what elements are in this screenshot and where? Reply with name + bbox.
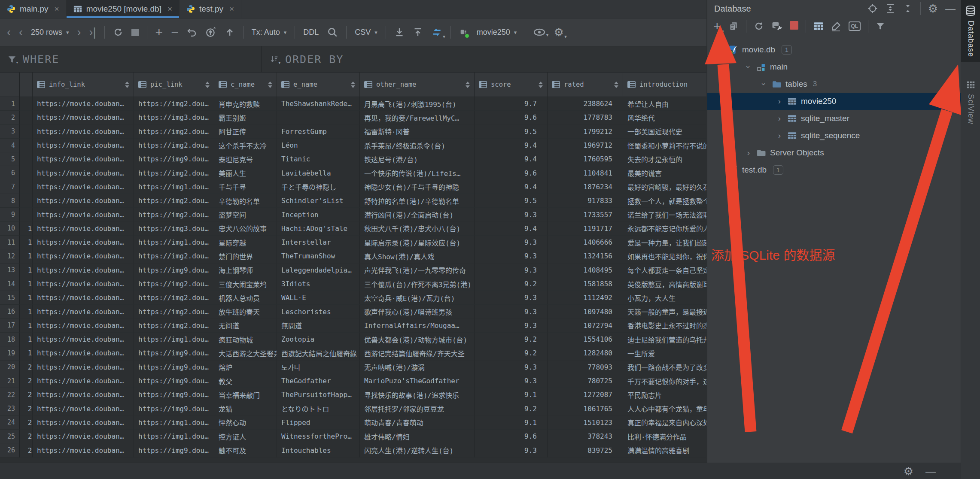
row-number[interactable]: 3 [0, 125, 20, 139]
cell-other_name[interactable]: 月黑高飞(港)/刺激1995(台) [360, 97, 475, 111]
cell-c_name[interactable]: 无间道 [214, 319, 277, 333]
cell-c_name[interactable]: 辛德勒的名单 [214, 194, 277, 208]
row-number[interactable]: 18 [0, 333, 20, 346]
row-number[interactable]: 5 [0, 152, 20, 166]
cell-introduction[interactable]: 每个人都要走一条自己坚定了的路 [623, 264, 706, 277]
row-number[interactable]: 13 [0, 264, 20, 277]
chevron-down-icon[interactable]: › [759, 80, 769, 88]
cell-other_name[interactable]: 太空奇兵·威E(港)/瓦力(台) [360, 291, 475, 305]
cell-c_name[interactable]: 龙猫 [214, 402, 277, 416]
cell-score[interactable]: 9.5 [475, 125, 548, 139]
cell-score[interactable]: 9.1 [475, 388, 548, 402]
tab-test-py[interactable]: test.py × [180, 0, 241, 18]
close-icon[interactable]: × [55, 4, 59, 14]
cell-id[interactable]: 6 [20, 166, 33, 180]
cell-rated[interactable]: 1581858 [548, 277, 623, 291]
collapse-all-icon[interactable] [903, 3, 913, 14]
tree-item-tables[interactable]: ›tables3 [707, 76, 961, 93]
cell-rated[interactable]: 1097480 [548, 305, 623, 318]
cell-e_name[interactable]: Leschoristes [277, 305, 360, 318]
cell-introduction[interactable]: 失去的才是永恒的 [623, 152, 706, 166]
row-number[interactable]: 7 [0, 180, 20, 194]
cell-c_name[interactable]: 控方证人 [214, 430, 277, 443]
close-icon[interactable]: × [229, 4, 234, 14]
tree-item-sqlite-sequence[interactable]: ›sqlite_sequence [707, 127, 961, 144]
cell-introduction[interactable]: 最好的宫崎骏，最好的久石让 [623, 180, 706, 194]
expand-all-icon[interactable] [885, 3, 895, 14]
cell-other_name[interactable]: 铁达尼号(港/台) [360, 152, 475, 166]
cell-id[interactable]: 2 [20, 111, 33, 124]
cell-other_name[interactable]: 舒特拉的名单(港)/辛德勒名单 [360, 194, 475, 208]
cell-score[interactable]: 9.1 [475, 416, 548, 430]
cell-introduction[interactable]: 英俊版憨豆，高情商版谢耳朵 [623, 277, 706, 291]
download-icon[interactable] [394, 27, 405, 37]
cell-introduction[interactable]: 香港电影史上永不过时的杰作 [623, 319, 706, 333]
cell-e_name[interactable]: Laleggendadelpia… [277, 264, 360, 277]
cell-id[interactable]: 7 [20, 180, 33, 194]
tree-item-movie250[interactable]: ›movie250 [707, 93, 961, 110]
cell-id[interactable]: 14 [20, 277, 33, 291]
cell-id[interactable]: 10 [20, 222, 33, 236]
cell-other_name[interactable]: 声光伴我飞(港)/一九零零的传奇 [360, 264, 475, 277]
cell-pic_link[interactable]: https://img2.dou… [134, 125, 214, 139]
row-number[interactable]: 21 [0, 374, 20, 388]
next-page-icon[interactable]: › [77, 27, 81, 38]
cell-c_name[interactable]: 熔炉 [214, 361, 277, 374]
cell-other_name[interactable]: 三个傻瓜(台)/作死不离3兄弟(港) [360, 277, 475, 291]
cell-rated[interactable]: 1969712 [548, 139, 623, 152]
cell-id[interactable]: 23 [20, 402, 33, 416]
stop-red-icon[interactable] [790, 21, 798, 31]
cell-e_name[interactable]: TheShawshankRede… [277, 97, 360, 111]
toolwindow-tab-sciview[interactable]: SciView [961, 75, 980, 130]
cell-id[interactable]: 20 [20, 361, 33, 374]
row-number[interactable]: 6 [0, 166, 20, 180]
cell-pic_link[interactable]: https://img2.dou… [134, 319, 214, 333]
previous-page-icon[interactable]: ‹ [19, 27, 23, 38]
cell-pic_link[interactable]: https://img1.dou… [134, 333, 214, 346]
gear-icon[interactable]: ⚙▾ [554, 27, 563, 38]
cell-info_link[interactable]: https://movie.douban… [33, 443, 134, 457]
cell-e_name[interactable]: Hachi:ADog'sTale [277, 222, 360, 236]
cell-e_name[interactable]: Intouchables [277, 443, 360, 457]
cell-rated[interactable]: 1408495 [548, 264, 623, 277]
cell-rated[interactable]: 1272087 [548, 388, 623, 402]
cell-rated[interactable]: 780725 [548, 374, 623, 388]
cell-other_name[interactable]: 潜行凶间(港)/全面启动(台) [360, 208, 475, 221]
cell-score[interactable]: 9.3 [475, 249, 548, 263]
cell-c_name[interactable]: 教父 [214, 374, 277, 388]
export-format-dropdown[interactable]: CSV▾ [355, 28, 377, 37]
cell-info_link[interactable]: https://movie.douban… [33, 430, 134, 443]
chevron-right-icon[interactable]: › [775, 97, 784, 106]
cell-pic_link[interactable]: https://img2.dou… [134, 194, 214, 208]
id-column-header[interactable] [20, 73, 33, 97]
cell-score[interactable]: 9.3 [475, 374, 548, 388]
transaction-mode-dropdown[interactable]: Tx: Auto▾ [252, 28, 287, 37]
cell-introduction[interactable]: 人人心中都有个龙猫，童年就永 [623, 402, 706, 416]
cell-info_link[interactable]: https://movie.douban… [33, 264, 134, 277]
pencil-icon[interactable] [831, 21, 841, 31]
cell-other_name[interactable]: 福雷斯特·冈普 [360, 125, 475, 139]
cell-pic_link[interactable]: https://img2.dou… [134, 277, 214, 291]
cell-rated[interactable]: 1554106 [548, 333, 623, 346]
cell-pic_link[interactable]: https://img9.dou… [134, 402, 214, 416]
cell-rated[interactable]: 1799212 [548, 125, 623, 139]
cell-score[interactable]: 9.3 [475, 305, 548, 318]
cell-other_name[interactable]: 优兽大都会(港)/动物方城市(台) [360, 333, 475, 346]
cell-other_name[interactable]: InfernalAffairs/Mougaa… [360, 319, 475, 333]
cell-pic_link[interactable]: https://img9.dou… [134, 264, 214, 277]
cell-c_name[interactable]: 疯狂动物城 [214, 333, 277, 346]
cell-c_name[interactable]: 触不可及 [214, 443, 277, 457]
row-number[interactable]: 1 [0, 97, 20, 111]
cell-info_link[interactable]: https://movie.douban… [33, 139, 134, 152]
eye-icon[interactable]: ▾ [533, 28, 545, 36]
cell-pic_link[interactable]: https://img9.dou… [134, 361, 214, 374]
cell-e_name[interactable]: 無間道 [277, 319, 360, 333]
cell-rated[interactable]: 1061765 [548, 402, 623, 416]
cell-rated[interactable]: 1760595 [548, 152, 623, 166]
sort-arrows-icon[interactable] [539, 82, 543, 88]
chevron-right-icon[interactable]: › [744, 148, 753, 158]
cell-other_name[interactable]: 萌动青春/青春萌动 [360, 416, 475, 430]
submit-icon[interactable] [205, 27, 216, 38]
cell-e_name[interactable]: 西遊記大結局之仙履奇緣 [277, 346, 360, 360]
cell-pic_link[interactable]: https://img2.dou… [134, 139, 214, 152]
